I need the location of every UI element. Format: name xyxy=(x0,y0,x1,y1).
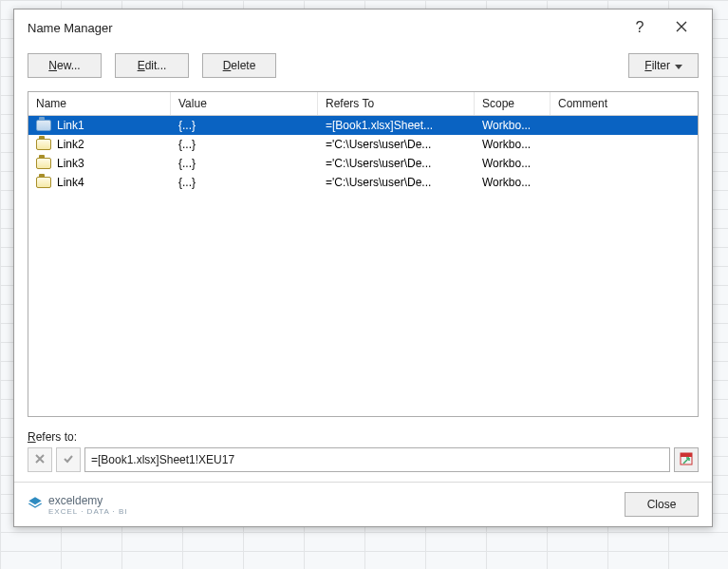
refers-cancel-button[interactable] xyxy=(28,447,52,472)
close-button[interactable]: Close xyxy=(625,492,699,517)
refers-to-section: Refers to: xyxy=(14,425,712,482)
brand-sub: EXCEL · DATA · BI xyxy=(48,507,128,516)
defined-name-icon xyxy=(36,139,51,150)
new-button[interactable]: New... xyxy=(28,53,102,78)
cell-scope: Workbo... xyxy=(475,154,551,173)
edit-button[interactable]: Edit... xyxy=(115,53,189,78)
refers-confirm-button[interactable] xyxy=(56,447,81,472)
name-label: Link3 xyxy=(57,157,84,170)
chevron-down-icon xyxy=(675,59,682,72)
brand-name: exceldemy xyxy=(48,494,128,507)
cell-value: {...} xyxy=(171,154,318,173)
x-icon xyxy=(34,453,46,467)
close-icon xyxy=(676,21,687,35)
toolbar: New... Edit... Delete Filter xyxy=(14,46,712,85)
cell-value: {...} xyxy=(171,173,318,192)
brand: exceldemy EXCEL · DATA · BI xyxy=(28,494,617,516)
cell-comment xyxy=(551,154,698,173)
table-row[interactable]: Link4{...}='C:\Users\user\De...Workbo... xyxy=(28,173,698,192)
help-icon: ? xyxy=(636,19,644,36)
cell-refers-to: ='C:\Users\user\De... xyxy=(318,173,475,192)
delete-button[interactable]: Delete xyxy=(202,53,276,78)
col-value[interactable]: Value xyxy=(171,92,318,115)
list-header: Name Value Refers To Scope Comment xyxy=(28,92,698,116)
filter-label: Filter xyxy=(644,59,670,72)
check-icon xyxy=(63,453,74,467)
collapse-icon xyxy=(680,452,693,468)
dialog-title: Name Manager xyxy=(28,21,619,35)
names-list: Name Value Refers To Scope Comment Link1… xyxy=(28,91,699,417)
list-body: Link1{...}=[Book1.xlsx]Sheet...Workbo...… xyxy=(28,116,698,416)
cell-comment xyxy=(551,116,698,135)
cell-comment xyxy=(551,135,698,154)
cell-name: Link3 xyxy=(28,154,171,173)
brand-icon xyxy=(28,496,43,514)
col-comment[interactable]: Comment xyxy=(551,92,698,115)
table-row[interactable]: Link3{...}='C:\Users\user\De...Workbo... xyxy=(28,154,698,173)
cell-value: {...} xyxy=(171,116,318,135)
table-row[interactable]: Link2{...}='C:\Users\user\De...Workbo... xyxy=(28,135,698,154)
cell-name: Link1 xyxy=(28,116,171,135)
cell-name: Link2 xyxy=(28,135,171,154)
refers-to-row xyxy=(28,447,699,472)
refers-to-label: Refers to: xyxy=(28,430,699,444)
close-x-button[interactable] xyxy=(661,13,702,42)
cell-name: Link4 xyxy=(28,173,171,192)
cell-scope: Workbo... xyxy=(475,116,551,135)
cell-refers-to: =[Book1.xlsx]Sheet... xyxy=(318,116,475,135)
name-label: Link2 xyxy=(57,138,84,151)
svg-rect-1 xyxy=(681,453,692,457)
col-scope[interactable]: Scope xyxy=(475,92,551,115)
help-button[interactable]: ? xyxy=(619,13,661,42)
refers-to-input[interactable] xyxy=(84,447,670,472)
filter-button[interactable]: Filter xyxy=(628,53,699,78)
defined-name-icon xyxy=(36,120,51,131)
dialog-footer: exceldemy EXCEL · DATA · BI Close xyxy=(14,482,712,526)
cell-refers-to: ='C:\Users\user\De... xyxy=(318,135,475,154)
cell-comment xyxy=(551,173,698,192)
cell-refers-to: ='C:\Users\user\De... xyxy=(318,154,475,173)
cell-value: {...} xyxy=(171,135,318,154)
table-row[interactable]: Link1{...}=[Book1.xlsx]Sheet...Workbo... xyxy=(28,116,698,135)
cell-scope: Workbo... xyxy=(475,135,551,154)
titlebar: Name Manager ? xyxy=(14,9,712,46)
name-label: Link1 xyxy=(57,119,84,132)
name-label: Link4 xyxy=(57,176,84,189)
col-refers-to[interactable]: Refers To xyxy=(318,92,475,115)
col-name[interactable]: Name xyxy=(28,92,171,115)
defined-name-icon xyxy=(36,158,51,169)
cell-scope: Workbo... xyxy=(475,173,551,192)
name-manager-dialog: Name Manager ? New... Edit... Delete Fil… xyxy=(13,9,713,527)
collapse-dialog-button[interactable] xyxy=(674,447,699,472)
defined-name-icon xyxy=(36,177,51,188)
